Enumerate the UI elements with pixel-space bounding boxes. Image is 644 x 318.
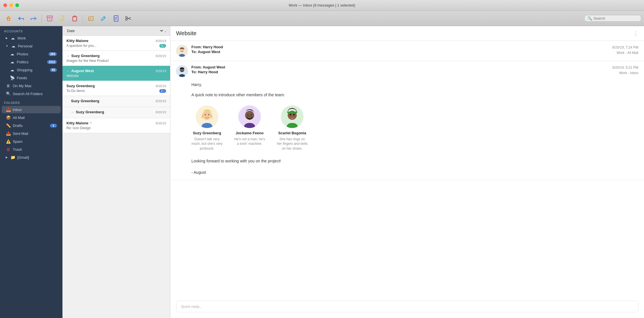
search-all-icon: 🔍	[6, 91, 11, 96]
email-message-block-2: From: August West To: Harry Hood 8/20/19…	[170, 61, 644, 180]
edit-indicator-icon: ✎	[90, 121, 92, 125]
maximize-button[interactable]	[15, 3, 19, 7]
sidebar-item-sent-mail[interactable]: 📤 Sent Mail	[2, 130, 61, 137]
toolbar-divider-2	[83, 14, 83, 22]
sidebar-item-photos[interactable]: ☁ Photos 284	[2, 50, 61, 58]
drafts-icon: ✏️	[6, 123, 11, 128]
message-item[interactable]: ← Suzy Greenberg 8/20/19 Images for the …	[62, 51, 170, 66]
sidebar-item-trash[interactable]: 🗑 Trash	[2, 146, 61, 153]
notebook-button[interactable]	[110, 13, 122, 24]
msg-sender: Suzy Greenberg	[76, 110, 104, 114]
svg-point-27	[205, 114, 206, 115]
sidebar-item-on-my-mac[interactable]: 🖥 On My Mac	[2, 82, 61, 89]
sidebar-item-all-mail[interactable]: 📦 All Mail	[2, 114, 61, 121]
sidebar-item-spam[interactable]: ⚠️ Spam	[2, 138, 61, 145]
svg-rect-4	[73, 17, 77, 21]
msg-date: 8/20/19	[156, 84, 166, 88]
email-meta-right-2: 8/20/19, 5:21 PM Work - Inbox	[612, 65, 638, 76]
email-meta-info-2: From: August West To: Harry Hood	[191, 65, 225, 74]
sidebar-item-shopping[interactable]: ☁ Shopping 93	[2, 66, 61, 74]
email-subject: Website	[176, 30, 196, 37]
inbox-label: Inbox	[13, 108, 57, 112]
search-box[interactable]: 🔍	[584, 15, 641, 22]
svg-point-36	[290, 114, 291, 115]
message-list-header: Date ⌄	[62, 26, 170, 36]
folders-header: Folders	[0, 98, 62, 106]
message-item[interactable]: Kitty Malone ✎ 8/20/19 Re: Icon Design	[62, 118, 170, 133]
quick-reply-box[interactable]: Quick reply...	[176, 301, 638, 312]
msg-sender: Suzy Greenberg	[66, 84, 95, 88]
message-item-selected[interactable]: ← August West 8/20/19 Website	[62, 66, 170, 81]
message-item-thread[interactable]: ← Suzy Greenberg 8/20/19	[62, 107, 170, 118]
message-item-thread[interactable]: Suzy Greenberg 8/20/19	[62, 96, 170, 107]
msg-sender: Suzy Greenberg	[71, 54, 100, 58]
more-actions-button[interactable]	[123, 13, 134, 24]
sidebar-item-search-all[interactable]: 🔍 Search All Folders	[2, 90, 61, 97]
cloud-icon-shopping: ☁	[10, 68, 15, 72]
from-name-2: August West	[203, 65, 225, 69]
minimize-button[interactable]	[9, 3, 13, 7]
forward-button[interactable]	[28, 13, 39, 24]
message-item[interactable]: Kitty Malone 8/20/19 A question for you.…	[62, 36, 170, 51]
sidebar-item-gmail[interactable]: ▶ 📁 [Gmail]	[2, 154, 61, 161]
msg-sender: Suzy Greenberg	[71, 99, 99, 103]
avatar-harry-hood	[176, 45, 188, 57]
msg-preview: Images for the New Product	[66, 59, 166, 63]
edit-button[interactable]	[98, 13, 109, 24]
personal-label: Personal	[18, 44, 57, 48]
team-desc-jockamo: He's not a man, he's a lovin' machine.	[234, 137, 265, 147]
svg-point-26	[202, 111, 212, 120]
search-all-label: Search All Folders	[13, 92, 57, 96]
message-list-body: Kitty Malone 8/20/19 A question for you.…	[62, 36, 170, 318]
sidebar-item-personal[interactable]: ▼ ☁ Personal	[2, 42, 61, 50]
svg-point-28	[208, 114, 209, 115]
flag-button[interactable]	[57, 13, 68, 24]
email-date-1: 8/20/19, 7:24 PM	[612, 45, 638, 50]
gmail-folder-icon: 📁	[10, 155, 15, 160]
politics-badge: 1512	[47, 60, 57, 64]
cloud-icon-politics: ☁	[10, 60, 15, 64]
home-button[interactable]	[3, 13, 14, 24]
msg-date: 8/20/19	[156, 110, 166, 114]
message-item[interactable]: Suzy Greenberg 8/20/19 To-Do Items 2 ›	[62, 81, 170, 96]
reply-icon-selected: ←	[66, 69, 70, 73]
move-button[interactable]	[85, 13, 97, 24]
archive-button[interactable]	[44, 13, 55, 24]
msg-preview-selected: Website	[66, 74, 166, 78]
email-greeting: Harry,	[191, 81, 638, 88]
sort-select[interactable]: Date	[66, 28, 164, 33]
monitor-icon: 🖥	[6, 83, 11, 88]
sidebar-item-politics[interactable]: ☁ Politics 1512	[2, 58, 61, 66]
close-button[interactable]	[3, 3, 7, 7]
cloud-icon-photos: ☁	[10, 52, 15, 56]
avatar-august-west	[176, 65, 188, 77]
msg-date: 8/20/19	[156, 39, 166, 43]
to-label-1: To:	[191, 50, 198, 54]
sidebar-item-feeds[interactable]: 📡 Feeds	[2, 74, 61, 81]
titlebar: Work — Inbox (8 messages | 1 selected)	[0, 0, 644, 11]
svg-rect-0	[7, 18, 10, 20]
photos-label: Photos	[17, 52, 47, 56]
avatar-jockamo-feeno	[238, 105, 261, 128]
quick-reply-placeholder: Quick reply...	[181, 304, 202, 309]
email-from-2: From: August West	[191, 65, 225, 69]
email-from-1: From: Harry Hood	[191, 45, 223, 49]
all-mail-icon: 📦	[6, 115, 11, 120]
window-title: Work — Inbox (8 messages | 1 selected)	[289, 3, 355, 7]
sidebar-item-drafts[interactable]: ✏️ Drafts 1	[2, 122, 61, 129]
svg-point-18	[126, 19, 127, 20]
email-team-grid: Suzy Greenberg Doesn't talk very much, b…	[191, 105, 638, 151]
sidebar-item-work[interactable]: ▶ ☁ Work	[2, 34, 61, 42]
msg-date: 8/20/19	[156, 54, 166, 58]
msg-date: 8/20/19	[156, 99, 166, 103]
team-name-jockamo: Jockamo Feeno	[234, 131, 265, 135]
more-options-icon[interactable]: ⋮	[633, 30, 638, 37]
search-input[interactable]	[593, 16, 636, 20]
email-location-2: Work - Inbox	[612, 70, 638, 76]
gmail-label: [Gmail]	[17, 155, 57, 160]
sidebar-item-inbox[interactable]: 📥 Inbox	[2, 106, 61, 113]
email-thread: From: Harry Hood To: August West 8/20/19…	[170, 41, 644, 296]
reply-all-button[interactable]	[15, 13, 27, 24]
toolbar: 🔍	[0, 11, 644, 26]
delete-button[interactable]	[69, 13, 80, 24]
